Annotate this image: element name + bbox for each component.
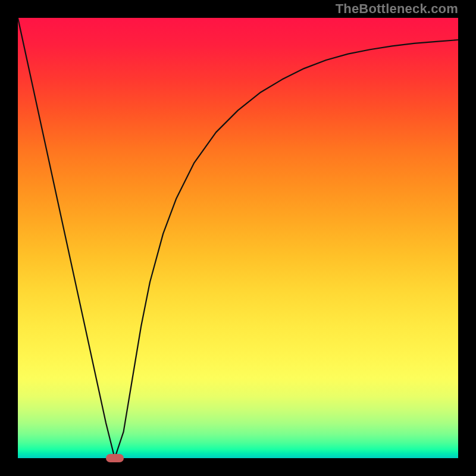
plot-area xyxy=(18,18,458,458)
watermark-text: TheBottleneck.com xyxy=(336,1,458,17)
bottleneck-curve xyxy=(18,18,458,458)
curve-svg xyxy=(18,18,458,458)
optimum-marker xyxy=(106,454,124,462)
chart-frame: TheBottleneck.com xyxy=(0,0,476,476)
